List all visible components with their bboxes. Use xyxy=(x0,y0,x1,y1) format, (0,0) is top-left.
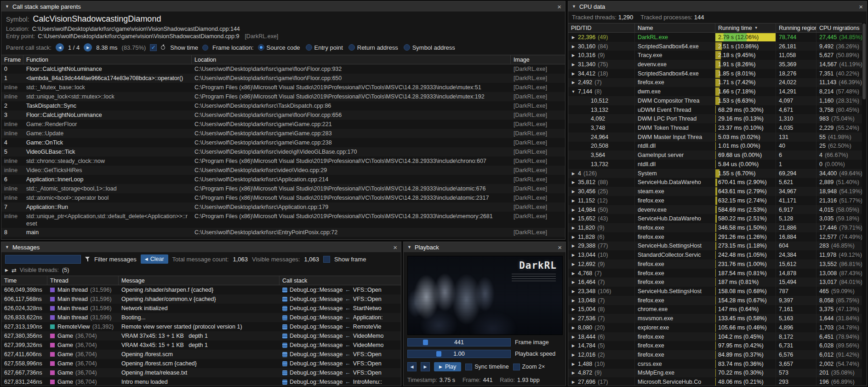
expand-icon[interactable]: ▶ xyxy=(571,343,576,348)
expand-icon[interactable]: ▼ xyxy=(571,89,576,94)
expand-icon[interactable]: ▶ xyxy=(571,71,576,76)
callstack-frame-row[interactable]: inline Game::Update C:\Users\wolf\Deskto… xyxy=(1,129,565,138)
message-row[interactable]: 606,117,568ns Main thread (31,596) Openi… xyxy=(1,295,401,304)
cpu-row[interactable]: 3,748 DWM Token Thread 23.37 ms (0.10%) … xyxy=(568,123,862,133)
expand-icon[interactable]: ▶ xyxy=(571,198,576,203)
callstack-frame-row[interactable]: 8 main C:\Users\wolf\Desktop\darkrl\src\… xyxy=(1,228,565,237)
show-frame-checkbox[interactable] xyxy=(323,256,330,263)
expand-icon[interactable]: ▶ xyxy=(571,53,576,58)
cpu-row[interactable]: ▶ 4,872 (9) MsMpEng.exe 70.22 ms (0.30%)… xyxy=(568,369,862,378)
cpu-row[interactable]: ▶ 13,048 (7) firefox.exe 154.28 ms (0.67… xyxy=(568,296,862,305)
expand-icon[interactable]: ▶ xyxy=(571,307,576,312)
expand-icon[interactable]: ▶ xyxy=(571,289,576,294)
expand-icon[interactable]: ▶ xyxy=(571,189,576,194)
cpu-row[interactable]: ▶ 12,692 (9) firefox.exe 231.76 ms (1.00… xyxy=(568,260,862,269)
cpu-row[interactable]: 3,564 GameInput server 69.68 us (0.00%) … xyxy=(568,150,862,160)
close-icon[interactable]: × xyxy=(557,3,561,10)
cpu-row[interactable]: ▶ 30,456 (25) steam.exe 643.61 ms (2.79%… xyxy=(568,187,862,196)
callstack-frame-row[interactable]: 4 Game::OnTick C:\Users\wolf\Desktop\dar… xyxy=(1,138,565,147)
message-row[interactable]: 627,667,736ns Game (36,704) Opening /met… xyxy=(1,368,401,377)
message-callstack[interactable]: DebugLog::Message ← VideoMemo xyxy=(280,342,401,348)
radio-icon[interactable] xyxy=(306,44,312,51)
frame-location-radio[interactable]: Entry point xyxy=(306,44,343,51)
play-button[interactable]: ▶Play xyxy=(434,362,461,371)
cpu-row[interactable]: ▶ 29,388 (77) ServiceHub.SettingsHost 27… xyxy=(568,242,862,251)
expand-icon[interactable]: ▶ xyxy=(571,280,576,284)
message-row[interactable]: 626,833,622ns Main thread (31,596) Booti… xyxy=(1,313,401,322)
expand-icon[interactable]: ▶ xyxy=(571,271,576,276)
cpu-row[interactable]: ▶ 4 (126) System 1.55 s (6.70%) 69,294 3… xyxy=(568,169,862,178)
message-row[interactable]: 627,399,326ns Game (36,704) VRAM 43x45: … xyxy=(1,341,401,350)
zoom-checkbox[interactable] xyxy=(513,364,520,370)
message-callstack[interactable]: DebugLog::Message ← StartNetwo xyxy=(280,305,401,312)
cpu-row[interactable]: 13,732 ntdll.dll 5.84 us (0.00%) 1 0 (0.… xyxy=(568,160,862,169)
prev-parent-button[interactable]: ◀ xyxy=(56,43,64,52)
col-pid-tid[interactable]: PID/TID xyxy=(568,23,635,32)
callstack-frame-row[interactable]: inline Game::RenderFloor C:\Users\wolf\D… xyxy=(1,120,565,129)
cpu-data-titlebar[interactable]: ▼ CPU data × xyxy=(568,1,867,12)
expand-icon[interactable]: ▶ xyxy=(571,44,576,49)
radio-icon[interactable] xyxy=(404,44,410,51)
cpu-row[interactable]: ▶ 35,812 (88) ServiceHub.DataWareho 670.… xyxy=(568,178,862,187)
message-row[interactable]: 627,411,606ns Game (36,704) Opening /for… xyxy=(1,350,401,359)
playback-titlebar[interactable]: ▼ Playback × xyxy=(404,242,565,252)
step-back-button[interactable]: ◀ xyxy=(407,362,417,371)
collapse-icon[interactable]: ▼ xyxy=(5,4,9,9)
expand-icon[interactable]: ▶ xyxy=(571,208,576,212)
message-callstack[interactable]: DebugLog::Message ← VFS::Open xyxy=(280,351,401,358)
col-cpu-migrations[interactable]: CPU migrations xyxy=(817,23,862,32)
message-callstack[interactable]: DebugLog::Message ← Application: xyxy=(280,314,401,321)
callstack-frame-row[interactable]: inline std::unique_lock<std::mutex>::loc… xyxy=(1,92,565,101)
cpu-row[interactable]: ▶ 11,820 (9) firefox.exe 346.58 ms (1.50… xyxy=(568,223,862,232)
cpu-row[interactable]: ▶ 14,984 (50) devenv.exe 584.69 ms (2.53… xyxy=(568,205,862,214)
cpu-row[interactable]: ▶ 8,080 (20) explorer.exe 105.66 ms (0.4… xyxy=(568,323,862,332)
expand-icon[interactable]: ▶ xyxy=(571,380,576,384)
close-icon[interactable]: × xyxy=(558,244,562,251)
col-running-regions[interactable]: Running regions xyxy=(776,23,817,32)
expand-icon[interactable]: ▶ xyxy=(571,62,576,67)
cpu-row[interactable]: ▶ 18,444 (6) firefox.exe 104.2 ms (0.45%… xyxy=(568,332,862,341)
callstack-frame-row[interactable]: inline std::_Atomic_storage<bool,1>::loa… xyxy=(1,184,565,193)
callstack-frame-row[interactable]: 0 Floor::CalcLightNoLuminance C:\Users\w… xyxy=(1,64,565,74)
callstack-frame-row[interactable]: inline std::atomic<bool>::operator bool … xyxy=(1,193,565,202)
cpu-row[interactable]: ▶ 30,160 (84) ScriptedSandbox64.exe 2.51… xyxy=(568,42,862,51)
cpu-row[interactable]: 24,964 DWM Master Input Threa 5.03 ms (0… xyxy=(568,133,862,142)
radio-icon[interactable] xyxy=(348,44,355,51)
expand-icon[interactable]: ▶ xyxy=(571,352,576,357)
callstack-frame-row[interactable]: inline Video::GetTicksHiRes C:\Users\wol… xyxy=(1,166,565,175)
message-row[interactable]: 627,380,356ns Game (36,704) VRAM 37x45: … xyxy=(1,331,401,341)
collapse-icon[interactable]: ▼ xyxy=(572,4,576,9)
message-callstack[interactable]: DebugLog::Message ← RemoteVie xyxy=(280,323,401,330)
expand-icon[interactable]: ▶ xyxy=(571,325,576,330)
message-row[interactable]: 627,558,996ns Game (36,704) Opening /for… xyxy=(1,359,401,368)
cpu-row[interactable]: ▶ 1,488 (10) csrss.exe 83.74 ms (0.36%) … xyxy=(568,359,862,369)
message-callstack[interactable]: DebugLog::Message ← VideoMemo xyxy=(280,333,401,339)
cpu-row[interactable]: ▶ 16,464 (7) firefox.exe 187 ms (0.81%) … xyxy=(568,277,862,287)
callstack-frame-row[interactable]: 1 <lambda_84a19dc444fae966ca174e83e708bd… xyxy=(1,74,565,83)
frame-location-radio[interactable]: Symbol address xyxy=(404,44,455,51)
expand-icon[interactable]: ▶ xyxy=(571,216,576,221)
show-time-checkbox[interactable]: ✓ xyxy=(150,44,157,51)
zoom-option[interactable]: Zoom 2× xyxy=(513,364,545,370)
message-callstack[interactable]: DebugLog::Message ← VFS::Open xyxy=(280,370,401,376)
callstack-frame-row[interactable]: 5 VideoGLBase::Tick C:\Users\wolf\Deskto… xyxy=(1,147,565,156)
callstack-frame-row[interactable]: inline invoke_main d:\agent\_work\63\s\s… xyxy=(1,237,565,239)
message-callstack[interactable]: DebugLog::Message ← VFS::Open xyxy=(280,360,401,367)
cpu-row[interactable]: ▶ 14,784 (5) firefox.exe 97.95 ms (0.42%… xyxy=(568,341,862,350)
cpu-row[interactable]: 4,092 DWM LPC Port Thread 29.16 ms (0.13… xyxy=(568,114,862,123)
cpu-row[interactable]: ▶ 31,340 (75) devenv.exe 1.91 s (8.26%) … xyxy=(568,60,862,69)
radio-icon[interactable] xyxy=(258,44,264,51)
clear-button[interactable]: ◀Clear xyxy=(141,254,168,264)
cpu-row[interactable]: ▶ 27,696 (17) Microsoft.ServiceHub.Co 48… xyxy=(568,377,862,386)
callstack-frame-row[interactable]: inline std::unique_ptr<Application,std::… xyxy=(1,212,565,228)
cpu-row[interactable]: ▶ 15,004 (8) chrome.exe 147 ms (0.64%) 7… xyxy=(568,305,862,314)
collapse-icon[interactable]: ▼ xyxy=(5,245,9,249)
close-icon[interactable]: × xyxy=(859,3,863,10)
expand-icon[interactable]: ▶ xyxy=(571,316,576,321)
message-row[interactable]: 626,024,328ns Main thread (31,596) Netwo… xyxy=(1,304,401,313)
message-row[interactable]: 606,049,398ns Main thread (31,596) Openi… xyxy=(1,285,401,295)
cpu-row[interactable]: ▶ 23,348 (106) ServiceHub.SettingsHost 1… xyxy=(568,287,862,296)
frame-slider[interactable]: 441 xyxy=(407,338,511,347)
cpu-row[interactable]: 20,508 ntdll.dll 1.01 ms (0.00%) 40 25 (… xyxy=(568,142,862,151)
sync-timeline-checkbox[interactable] xyxy=(465,364,472,370)
